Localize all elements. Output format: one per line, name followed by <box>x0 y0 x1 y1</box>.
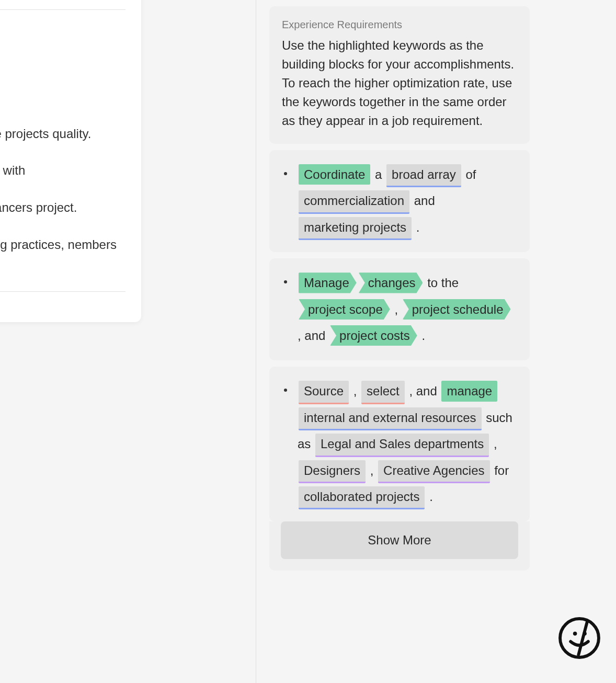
keyword-chip[interactable]: Creative Agencies <box>378 460 489 483</box>
show-more-container: Show More <box>269 521 530 571</box>
keyword-item: Source , select , and manage internal an… <box>269 367 530 521</box>
bullet-line: marketing and PR ted all the projects qu… <box>0 125 126 143</box>
requirements-description: Use the highlighted keywords as the buil… <box>282 36 517 130</box>
requirements-panel: Experience Requirements Use the highligh… <box>269 6 530 571</box>
bullet-line: s employee training k reading practices,… <box>0 236 126 272</box>
divider <box>0 9 126 10</box>
keyword-chip[interactable]: Coordinate <box>299 164 370 185</box>
keyword-chip[interactable]: marketing projects <box>299 217 412 240</box>
keyword-chip[interactable]: project costs <box>330 325 417 346</box>
currently-work-here[interactable]: y work here <box>0 86 126 104</box>
bullet-dot <box>284 172 287 175</box>
keyword-chip[interactable]: collaborated projects <box>299 486 425 509</box>
keyword-list: Coordinate a broad array of commercializ… <box>269 150 530 521</box>
vertical-divider <box>256 0 256 683</box>
keyword-chip[interactable]: commercialization <box>299 190 409 213</box>
svg-point-1 <box>573 632 577 636</box>
keyword-sentence: Managechanges to the project scope , pro… <box>298 270 518 349</box>
divider <box>0 291 126 292</box>
keyword-chip[interactable]: manage <box>441 381 497 401</box>
keyword-sentence: Source , select , and manage internal an… <box>298 378 518 510</box>
keyword-chip[interactable]: Source <box>299 381 349 404</box>
keyword-chip[interactable]: select <box>361 381 405 404</box>
date-row: Year 2021 <box>0 36 126 75</box>
keyword-chip[interactable]: Legal and Sales departments <box>315 434 489 457</box>
keyword-chip[interactable]: Manage <box>299 272 357 293</box>
svg-line-3 <box>578 621 587 655</box>
keyword-item: Managechanges to the project scope , pro… <box>269 258 530 360</box>
bullet-line: p to 70 people to ration both with <box>0 162 126 180</box>
keyword-chip[interactable]: internal and external resources <box>299 407 482 430</box>
brand-logo-icon[interactable] <box>557 616 601 660</box>
keyword-chip[interactable]: changes <box>359 272 423 293</box>
experience-form-card: Year 2021 y work here marketing and PR t… <box>0 0 141 322</box>
keyword-chip[interactable]: project scope <box>299 299 390 320</box>
requirements-title: Experience Requirements <box>282 19 517 31</box>
bullet-line: lucing projects' xternal freelancers pro… <box>0 199 126 217</box>
bullet-dot <box>284 389 287 392</box>
keyword-sentence: Coordinate a broad array of commercializ… <box>298 162 518 241</box>
keyword-chip[interactable]: project schedule <box>403 299 511 320</box>
show-more-button[interactable]: Show More <box>281 521 518 559</box>
keyword-item: Coordinate a broad array of commercializ… <box>269 150 530 252</box>
keyword-chip[interactable]: broad array <box>386 164 461 187</box>
accomplishments-text[interactable]: marketing and PR ted all the projects qu… <box>0 125 126 272</box>
requirements-intro-card: Experience Requirements Use the highligh… <box>269 6 530 144</box>
bullet-dot <box>284 280 287 283</box>
keyword-chip[interactable]: Designers <box>299 460 366 483</box>
